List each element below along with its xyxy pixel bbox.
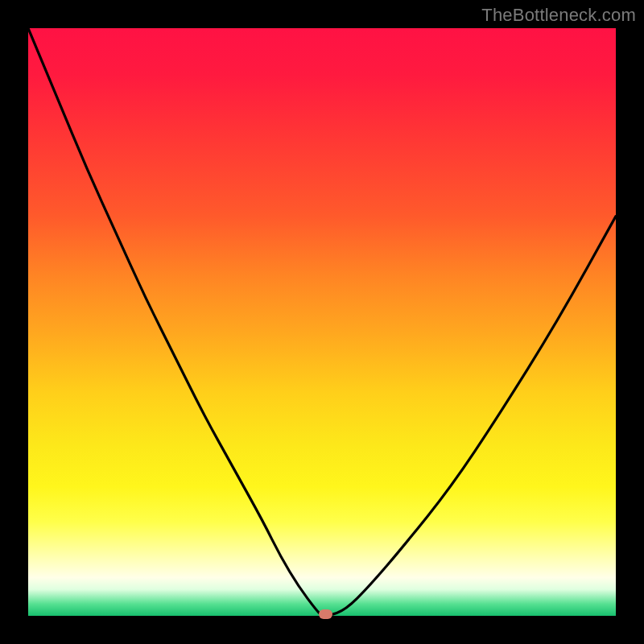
- optimal-point-marker: [319, 609, 332, 619]
- chart-frame: TheBottleneck.com: [0, 0, 644, 644]
- bottleneck-curve: [28, 28, 616, 616]
- plot-area: [28, 28, 616, 616]
- watermark-text: TheBottleneck.com: [481, 5, 636, 26]
